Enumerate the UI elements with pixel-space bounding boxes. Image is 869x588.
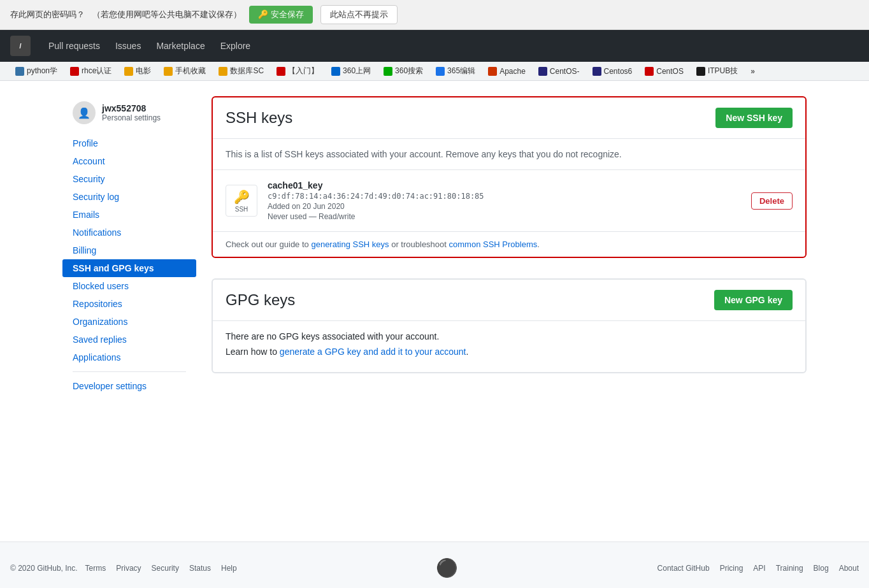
sidebar-username: jwx552708 bbox=[102, 103, 161, 113]
ssh-section-header: SSH keys New SSH key bbox=[213, 97, 805, 139]
nav-links: Pull requests Issues Marketplace Explore bbox=[41, 30, 258, 62]
ssh-key-info: cache01_key c9:df:78:14:a4:36:24:7d:49:d… bbox=[268, 180, 741, 221]
avatar: 👤 bbox=[73, 101, 96, 124]
ssh-key-item: 🔑 SSH cache01_key c9:df:78:14:a4:36:24:7… bbox=[213, 170, 805, 232]
password-bar-subtext: （若您使用网吧等公共电脑不建议保存） bbox=[92, 9, 241, 20]
password-save-button[interactable]: 🔑 安全保存 bbox=[249, 6, 313, 24]
sidebar-developer-link[interactable]: Developer settings bbox=[73, 381, 147, 391]
ssh-footer-end: . bbox=[537, 240, 540, 249]
footer-link-training[interactable]: Training bbox=[776, 564, 803, 573]
main-content: SSH keys New SSH key This is a list of S… bbox=[212, 96, 807, 526]
nav-pull-requests[interactable]: Pull requests bbox=[41, 30, 108, 62]
footer-left: © 2020 GitHub, Inc. TermsPrivacySecurity… bbox=[10, 564, 237, 573]
bookmark-python[interactable]: python学 bbox=[10, 64, 62, 78]
ssh-footer-middle: or troubleshoot bbox=[391, 240, 447, 249]
bookmark-itpub[interactable]: ITPUB技 bbox=[691, 64, 743, 78]
gpg-learn-text: Learn how to generate a GPG key and add … bbox=[226, 347, 793, 357]
bookmark-apache[interactable]: Apache bbox=[483, 66, 531, 77]
sidebar-user: 👤 jwx552708 Personal settings bbox=[62, 96, 196, 129]
gpg-section-title: GPG keys bbox=[226, 291, 295, 309]
password-nosave-button[interactable]: 此站点不再提示 bbox=[320, 5, 398, 24]
sidebar-item-ssh-gpg[interactable]: SSH and GPG keys bbox=[62, 259, 196, 277]
bookmark-centos[interactable]: CentOS- bbox=[533, 66, 585, 77]
footer-link-help[interactable]: Help bbox=[221, 564, 237, 573]
nav-marketplace[interactable]: Marketplace bbox=[148, 30, 212, 62]
gpg-no-keys: There are no GPG keys associated with yo… bbox=[226, 331, 793, 341]
footer-link-terms[interactable]: Terms bbox=[85, 564, 106, 573]
sidebar-item-emails[interactable]: Emails bbox=[62, 206, 196, 224]
nav-explore[interactable]: Explore bbox=[213, 30, 258, 62]
sidebar-item-blocked[interactable]: Blocked users bbox=[62, 277, 196, 295]
sidebar-item-account[interactable]: Account bbox=[62, 152, 196, 170]
bookmark-more[interactable]: » bbox=[745, 66, 760, 77]
footer-link-status[interactable]: Status bbox=[189, 564, 211, 573]
ssh-key-fingerprint: c9:df:78:14:a4:36:24:7d:49:d0:74:ac:91:8… bbox=[268, 192, 741, 201]
password-bar-question: 存此网页的密码吗？ bbox=[10, 9, 85, 20]
bookmark-360up[interactable]: 360上网 bbox=[326, 64, 376, 78]
bookmark-rhce[interactable]: rhce认证 bbox=[65, 64, 117, 78]
footer-link-about[interactable]: About bbox=[839, 564, 859, 573]
new-ssh-key-button[interactable]: New SSH key bbox=[715, 108, 793, 128]
gpg-learn-link[interactable]: generate a GPG key and add it to your ac… bbox=[280, 347, 466, 357]
ssh-key-usage: Never used — Read/write bbox=[268, 212, 741, 221]
sidebar-item-repos[interactable]: Repositories bbox=[62, 295, 196, 313]
footer-link-privacy[interactable]: Privacy bbox=[116, 564, 141, 573]
bookmark-movie[interactable]: 电影 bbox=[119, 64, 156, 78]
bookmark-adobe[interactable]: 【入门】 bbox=[271, 64, 324, 78]
ssh-key-added: Added on 20 Jun 2020 bbox=[268, 202, 741, 211]
ssh-section-footer: Check out our guide to generating SSH ke… bbox=[213, 232, 805, 257]
bookmark-centos6[interactable]: Centos6 bbox=[587, 66, 638, 77]
sidebar: 👤 jwx552708 Personal settings ProfileAcc… bbox=[62, 96, 196, 526]
ssh-footer-text: Check out our guide to bbox=[226, 240, 309, 249]
sidebar-item-saved-replies[interactable]: Saved replies bbox=[62, 331, 196, 348]
bookmark-phone[interactable]: 手机收藏 bbox=[159, 64, 211, 78]
footer-copyright: © 2020 GitHub, Inc. bbox=[10, 564, 78, 573]
footer-link-pricing[interactable]: Pricing bbox=[720, 564, 743, 573]
footer-links-right: Contact GitHubPricingAPITrainingBlogAbou… bbox=[657, 564, 859, 573]
top-nav: / Pull requests Issues Marketplace Explo… bbox=[0, 30, 869, 62]
sidebar-developer: Developer settings bbox=[62, 377, 196, 395]
common-ssh-problems-link[interactable]: common SSH Problems bbox=[449, 240, 538, 249]
sidebar-item-apps[interactable]: Applications bbox=[62, 348, 196, 366]
sidebar-item-orgs[interactable]: Organizations bbox=[62, 313, 196, 331]
generating-ssh-keys-link[interactable]: generating SSH keys bbox=[311, 240, 389, 249]
gpg-section: GPG keys New GPG key There are no GPG ke… bbox=[212, 278, 807, 373]
password-save-bar: 存此网页的密码吗？ （若您使用网吧等公共电脑不建议保存） 🔑 安全保存 此站点不… bbox=[0, 0, 869, 30]
sidebar-item-profile[interactable]: Profile bbox=[62, 134, 196, 152]
bookmark-centos-red[interactable]: CentOS bbox=[640, 66, 689, 77]
delete-ssh-key-button[interactable]: Delete bbox=[751, 192, 793, 210]
sidebar-item-billing[interactable]: Billing bbox=[62, 241, 196, 259]
nav-issues[interactable]: Issues bbox=[108, 30, 148, 62]
ssh-key-name: cache01_key bbox=[268, 180, 741, 190]
key-icon: 🔑 bbox=[234, 189, 250, 204]
ssh-section-title: SSH keys bbox=[226, 109, 292, 127]
bookmark-bar: python学 rhce认证 电影 手机收藏 数据库SC 【入门】 360上网 … bbox=[0, 62, 869, 81]
ssh-section-desc: This is a list of SSH keys associated wi… bbox=[213, 139, 805, 170]
page-layout: 👤 jwx552708 Personal settings ProfileAcc… bbox=[52, 81, 817, 541]
footer-center: ⚫ bbox=[436, 557, 458, 578]
github-octocat-logo: ⚫ bbox=[436, 557, 458, 578]
gpg-body: There are no GPG keys associated with yo… bbox=[213, 321, 805, 372]
gpg-section-header: GPG keys New GPG key bbox=[213, 280, 805, 321]
bookmark-360search[interactable]: 360搜索 bbox=[378, 64, 428, 78]
footer-links-left: TermsPrivacySecurityStatusHelp bbox=[85, 564, 237, 573]
ssh-key-icon-box: 🔑 SSH bbox=[226, 185, 257, 217]
footer-link-security[interactable]: Security bbox=[152, 564, 179, 573]
sidebar-divider bbox=[73, 371, 186, 372]
footer-link-api[interactable]: API bbox=[753, 564, 765, 573]
sidebar-sublabel: Personal settings bbox=[102, 113, 161, 122]
nav-logo[interactable]: / bbox=[10, 36, 31, 56]
new-gpg-key-button[interactable]: New GPG key bbox=[714, 290, 793, 310]
sidebar-item-security-log[interactable]: Security log bbox=[62, 188, 196, 206]
page-footer: © 2020 GitHub, Inc. TermsPrivacySecurity… bbox=[0, 541, 869, 588]
ssh-section: SSH keys New SSH key This is a list of S… bbox=[212, 96, 807, 258]
sidebar-item-notifications[interactable]: Notifications bbox=[62, 224, 196, 241]
bookmark-db[interactable]: 数据库SC bbox=[213, 64, 269, 78]
footer-link-blog[interactable]: Blog bbox=[814, 564, 829, 573]
sidebar-item-security[interactable]: Security bbox=[62, 170, 196, 188]
bookmark-365[interactable]: 365编辑 bbox=[431, 64, 480, 78]
footer-link-contact-github[interactable]: Contact GitHub bbox=[657, 564, 710, 573]
sidebar-nav: ProfileAccountSecuritySecurity logEmails… bbox=[62, 134, 196, 366]
